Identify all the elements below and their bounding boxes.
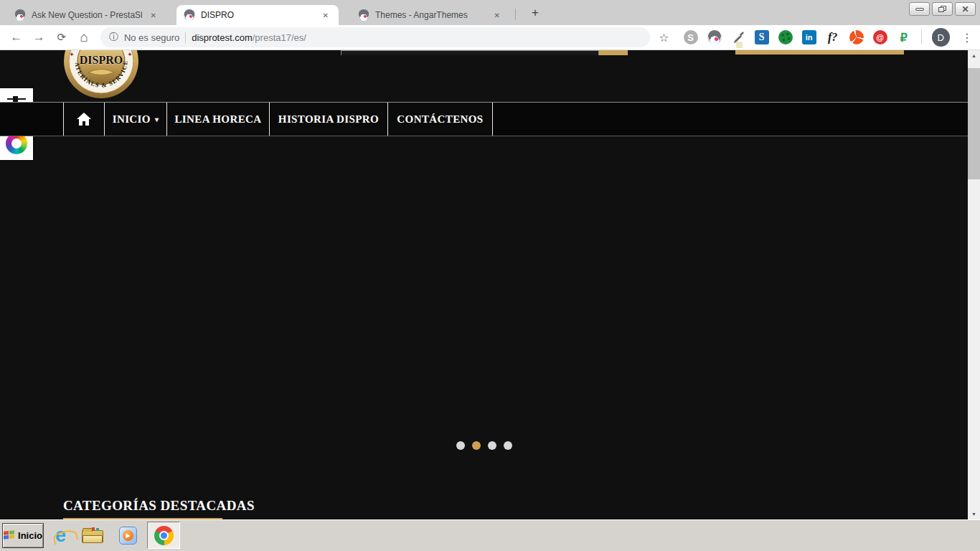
logo-star-right-icon: ✦ — [127, 51, 133, 58]
browser-menu-icon[interactable]: ⋮ — [961, 31, 973, 44]
palette-extension-icon[interactable] — [778, 30, 793, 44]
carousel-dot-2-active[interactable] — [472, 441, 481, 450]
tab-close-icon[interactable]: ✕ — [491, 10, 503, 21]
nav-item-contactenos[interactable]: CONTÁCTENOS — [387, 103, 493, 136]
nav-label: LINEA HORECA — [174, 113, 261, 126]
search-input[interactable] — [341, 50, 599, 55]
search-button[interactable] — [599, 50, 628, 55]
extensions-row: S S in f? @ ₽ — [684, 30, 911, 44]
scribd-extension-icon[interactable]: S — [755, 30, 769, 44]
media-player-icon[interactable]: ▶ — [119, 527, 137, 545]
featured-categories-section: CATEGORÍAS DESTACADAS — [63, 498, 255, 519]
header-gold-button[interactable] — [735, 50, 904, 55]
close-icon: ✕ — [961, 5, 969, 14]
minimize-button[interactable] — [909, 2, 930, 16]
prestashop-extension-icon[interactable] — [707, 30, 722, 44]
bookmark-star-icon[interactable]: ☆ — [659, 31, 669, 44]
close-button[interactable]: ✕ — [955, 2, 976, 16]
forward-button[interactable]: → — [29, 30, 47, 44]
browser-toolbar: ← → ⟳ ⌂ ⓘ No es seguro disprotest.com/pr… — [0, 25, 980, 50]
nav-label: CONTÁCTENOS — [397, 113, 483, 126]
toolbar-divider — [921, 30, 922, 44]
carousel-pagination — [0, 441, 968, 450]
tab-prestashop-question[interactable]: Ask New Question - PrestaShop ✕ — [7, 5, 166, 25]
quick-launch: e ▶ — [55, 522, 180, 549]
nav-item-historia-dispro[interactable]: HISTORIA DISPRO — [269, 103, 387, 136]
scroll-up-arrow[interactable]: ▲ — [968, 50, 980, 61]
reload-button[interactable]: ⟳ — [52, 31, 70, 44]
scroll-thumb[interactable] — [968, 68, 980, 179]
red-swirl-extension-icon[interactable]: @ — [873, 30, 887, 44]
start-label: Inicio — [18, 530, 42, 541]
chrome-taskbar-button-active[interactable] — [147, 522, 180, 549]
tab-separator — [515, 9, 516, 20]
nav-home-button[interactable] — [63, 103, 104, 136]
windows-taskbar: Inicio e ▶ ES « ✕ 16:20 — [0, 519, 980, 551]
nav-label: INICIO — [113, 113, 151, 126]
omnibox-divider — [185, 32, 186, 43]
url-text: disprotest.com/presta17/es/ — [192, 32, 306, 43]
restore-button[interactable] — [932, 2, 953, 16]
angarthemes-favicon-icon — [358, 9, 369, 21]
security-label: No es seguro — [124, 32, 179, 43]
section-title: CATEGORÍAS DESTACADAS — [63, 498, 255, 514]
main-navigation: INICIO ▾ LINEA HORECA HISTORIA DISPRO CO… — [0, 102, 968, 136]
webpage-viewport: ✦ ✦ DISPRO MATERIALS & SERVICES INICIO ▾… — [0, 50, 968, 519]
tab-close-icon[interactable]: ✕ — [320, 10, 331, 21]
scroll-down-arrow[interactable]: ▼ — [968, 509, 980, 519]
logo-brand-text: DISPRO — [80, 54, 123, 66]
carousel-dot-4[interactable] — [504, 441, 512, 450]
eyedropper-extension-icon[interactable] — [731, 30, 745, 44]
tab-title: DISPRO — [201, 10, 314, 20]
tab-dispro-active[interactable]: DISPRO ✕ — [176, 5, 339, 25]
carousel-dot-1[interactable] — [456, 441, 465, 450]
nav-label: HISTORIA DISPRO — [278, 113, 379, 126]
windows-flag-icon — [4, 530, 15, 541]
internet-explorer-icon[interactable]: e — [55, 526, 66, 545]
window-controls: ✕ — [909, 2, 976, 16]
url-domain: disprotest.com — [192, 32, 253, 43]
fonts-extension-icon[interactable]: f? — [826, 30, 840, 44]
prestashop-favicon-icon — [14, 9, 26, 21]
site-info-icon[interactable]: ⓘ — [109, 31, 118, 44]
tab-title: Ask New Question - PrestaShop — [32, 10, 142, 20]
minimize-icon — [915, 8, 924, 11]
restore-icon — [938, 6, 946, 12]
logo-star-left-icon: ✦ — [69, 51, 75, 58]
tab-angarthemes[interactable]: Themes - AngarThemes ✕ — [351, 5, 510, 25]
back-button[interactable]: ← — [7, 30, 25, 44]
carousel-dot-3[interactable] — [488, 441, 496, 450]
chrome-icon — [154, 526, 174, 545]
home-button[interactable]: ⌂ — [75, 29, 93, 45]
orange-pinwheel-extension-icon[interactable] — [849, 30, 864, 44]
skype-extension-icon[interactable]: S — [684, 30, 698, 44]
chevron-down-icon: ▾ — [155, 116, 159, 123]
tab-strip: Ask New Question - PrestaShop ✕ DISPRO ✕… — [0, 0, 980, 25]
url-path: /presta17/es/ — [253, 32, 306, 43]
page-scrollbar[interactable]: ▲ ▼ — [968, 50, 980, 519]
house-icon — [77, 113, 91, 126]
linkedin-extension-icon[interactable]: in — [802, 30, 816, 44]
address-bar[interactable]: ⓘ No es seguro disprotest.com/presta17/e… — [100, 27, 650, 47]
profile-avatar[interactable]: D — [932, 28, 950, 47]
start-button[interactable]: Inicio — [2, 523, 44, 548]
dispro-favicon-icon — [184, 9, 195, 21]
ruble-extension-icon[interactable]: ₽ — [897, 30, 911, 44]
tab-title: Themes - AngarThemes — [375, 10, 486, 20]
file-explorer-icon[interactable] — [82, 527, 103, 543]
new-tab-button[interactable]: + — [527, 4, 544, 22]
eyedropper-badge — [736, 42, 743, 48]
tab-close-icon[interactable]: ✕ — [148, 10, 159, 21]
nav-item-linea-horeca[interactable]: LINEA HORECA — [166, 103, 269, 136]
nav-item-inicio[interactable]: INICIO ▾ — [104, 103, 166, 136]
dispro-logo[interactable]: ✦ ✦ DISPRO MATERIALS & SERVICES — [64, 50, 138, 98]
